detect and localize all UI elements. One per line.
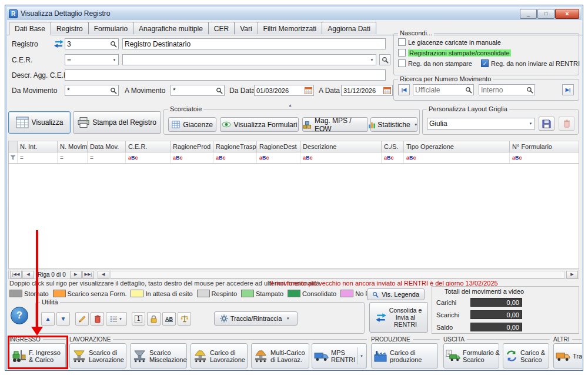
list-options-button[interactable]: ▼ bbox=[106, 312, 127, 326]
mps-rentri-button[interactable]: MPSRENTRI ▼ bbox=[312, 343, 367, 369]
carico-produzione-button[interactable]: Carico diproduzione bbox=[371, 343, 438, 369]
registro-field[interactable] bbox=[65, 38, 119, 49]
a-data-input[interactable] bbox=[343, 87, 382, 94]
filter-cell-data-mov[interactable]: = bbox=[88, 152, 126, 163]
cer-search-button[interactable] bbox=[379, 54, 390, 65]
single-record-button[interactable]: 1 bbox=[132, 312, 145, 326]
visualizza-formulari-button[interactable]: Visualizza Formulari bbox=[220, 117, 299, 132]
da-data-calendar-button[interactable] bbox=[303, 85, 313, 95]
column-header-tipo-operazione[interactable]: Tipo Operazione bbox=[404, 141, 510, 152]
swap-registro-icon[interactable] bbox=[54, 40, 64, 48]
column-header-ragioneprod[interactable]: RagioneProd bbox=[171, 141, 213, 152]
column-header-n-formulario[interactable]: N° Formulario bbox=[510, 141, 580, 152]
chevron-down-icon[interactable]: ▼ bbox=[412, 123, 420, 127]
tab-formulario[interactable]: Formulario bbox=[88, 22, 133, 34]
stampa-registro-button[interactable]: Stampa del Registro bbox=[73, 111, 161, 134]
column-header-n-int[interactable]: N. Int. bbox=[18, 141, 58, 152]
da-data-field[interactable] bbox=[254, 85, 314, 96]
column-header-data-mov[interactable]: Data Mov. bbox=[88, 141, 126, 152]
traccia-rintraccia-button[interactable]: Traccia/Rintraccia ▼ bbox=[214, 311, 298, 326]
tab-dati-base[interactable]: Dati Base bbox=[9, 22, 51, 35]
nav-next-button[interactable]: ▶ bbox=[70, 271, 82, 278]
carico-lavorazione-button[interactable]: Carico diLavorazione bbox=[191, 343, 248, 369]
a-data-field[interactable] bbox=[341, 85, 393, 96]
horizontal-scrollbar-track[interactable] bbox=[111, 271, 564, 278]
da-movimento-input[interactable] bbox=[67, 87, 108, 95]
mag-mps-eow-button[interactable]: Mag. MPS / EOW bbox=[302, 117, 368, 132]
save-layout-button[interactable] bbox=[539, 117, 554, 131]
ricerca-interno-input[interactable] bbox=[481, 86, 524, 94]
maximize-button[interactable]: □ bbox=[537, 9, 554, 19]
filter-cell-tipo-operazione[interactable]: aBc bbox=[404, 152, 510, 163]
nav-first-button[interactable]: |◀◀ bbox=[10, 271, 22, 278]
checkbox-box[interactable]: ✓ bbox=[481, 59, 489, 67]
da-movimento-field[interactable] bbox=[65, 85, 119, 96]
filter-cell-n-int[interactable]: = bbox=[18, 152, 58, 163]
carico-scarico-button[interactable]: Carico &Scarico bbox=[503, 343, 549, 369]
checkbox-box[interactable] bbox=[398, 49, 406, 57]
scroll-left-button[interactable]: ◀ bbox=[98, 271, 109, 278]
tab-registro[interactable]: Registro bbox=[51, 22, 89, 34]
move-up-button[interactable]: ▲ bbox=[41, 312, 55, 326]
descr-agg-cer-field[interactable] bbox=[65, 69, 386, 81]
minimize-button[interactable]: _ bbox=[520, 9, 537, 19]
column-header-cer[interactable]: C.E.R. bbox=[126, 141, 171, 152]
ricerca-interno-field[interactable] bbox=[479, 84, 535, 95]
filter-cell-ragioneprod[interactable]: aBc bbox=[171, 152, 213, 163]
move-down-button[interactable]: ▼ bbox=[56, 312, 70, 326]
da-data-input[interactable] bbox=[256, 87, 303, 94]
checkbox-reg-non-inviare-rentri[interactable]: ✓ Reg. da non inviare al RENTRI bbox=[481, 59, 580, 67]
formulario-scarico-button[interactable]: Formulario &Scarico bbox=[443, 343, 499, 369]
ricerca-ufficiale-input[interactable] bbox=[415, 86, 463, 94]
scroll-right-button[interactable]: ▶ bbox=[566, 271, 578, 278]
visualizza-button[interactable]: Visualizza bbox=[8, 111, 71, 134]
nav-last-button[interactable]: ▶▶| bbox=[82, 271, 94, 278]
column-header-n-movimento[interactable]: N. Movime... bbox=[58, 141, 88, 152]
checkbox-reg-non-stampare[interactable]: Reg. da non stampare bbox=[398, 59, 472, 67]
lock-button[interactable] bbox=[147, 312, 161, 326]
registro-descrizione-input[interactable] bbox=[125, 40, 385, 48]
checkbox-giacenze-manuale[interactable]: Le giacenze caricate in manuale bbox=[398, 38, 501, 46]
descr-agg-cer-input[interactable] bbox=[67, 71, 385, 79]
filter-cell-n-movimento[interactable]: = bbox=[58, 152, 88, 163]
ricerca-last-button[interactable]: ▶| bbox=[562, 84, 574, 95]
consolida-invia-rentri-button[interactable]: Consolida e Invia al RENTRI bbox=[369, 302, 428, 333]
a-movimento-field[interactable] bbox=[171, 85, 225, 96]
column-header-descrizione[interactable]: Descrizione bbox=[300, 141, 382, 152]
a-movimento-input[interactable] bbox=[173, 87, 214, 95]
chevron-down-icon[interactable]: ▼ bbox=[284, 317, 292, 320]
chevron-down-icon[interactable]: ▼ bbox=[368, 58, 376, 62]
filter-cell-cer[interactable]: aBc bbox=[126, 152, 171, 163]
column-header-ragionedest[interactable]: RagioneDest bbox=[257, 141, 300, 152]
filter-funnel-cell[interactable] bbox=[9, 152, 18, 163]
splitter-collapse-icon[interactable]: ▲ bbox=[288, 103, 293, 107]
filter-cell-cs[interactable]: aBc bbox=[382, 152, 404, 163]
registro-descrizione-field[interactable] bbox=[122, 38, 386, 49]
tab-anagrafiche-multiple[interactable]: Anagrafiche multiple bbox=[133, 22, 209, 34]
statistiche-button[interactable]: Statistiche ▼ bbox=[370, 117, 417, 132]
filter-cell-ragionetrasp[interactable]: aBc bbox=[213, 152, 257, 163]
checkbox-registrazioni-stampate[interactable]: Registrazioni stampate/consolidate bbox=[398, 49, 511, 57]
scales-button[interactable] bbox=[178, 312, 191, 326]
trasporto-button[interactable]: Tras bbox=[553, 343, 582, 369]
giacenze-button[interactable]: Giacenze bbox=[168, 117, 216, 132]
filter-cell-descrizione[interactable]: aBc bbox=[300, 152, 382, 163]
cer-operator-select[interactable]: = ▼ bbox=[65, 54, 119, 65]
chevron-down-icon[interactable]: ▼ bbox=[111, 58, 118, 62]
nav-prev-button[interactable]: ◀ bbox=[22, 271, 34, 278]
a-data-calendar-button[interactable] bbox=[382, 85, 392, 95]
a-movimento-search-button[interactable] bbox=[214, 85, 224, 95]
registro-search-button[interactable] bbox=[108, 39, 118, 49]
close-button[interactable]: × bbox=[555, 9, 579, 19]
da-movimento-search-button[interactable] bbox=[108, 85, 118, 95]
find-text-button[interactable]: AB bbox=[162, 312, 176, 326]
scarico-lavorazione-button[interactable]: Scarico diLavorazione bbox=[69, 343, 126, 369]
scarico-miscelazione-button[interactable]: ScaricoMiscelazione bbox=[130, 343, 187, 369]
filter-cell-n-formulario[interactable]: aBc bbox=[510, 152, 580, 163]
cer-input[interactable] bbox=[125, 56, 368, 64]
edit-button[interactable] bbox=[75, 312, 89, 326]
help-button[interactable]: ? bbox=[11, 307, 28, 324]
checkbox-box[interactable] bbox=[398, 59, 406, 67]
ricerca-interno-search-button[interactable] bbox=[524, 85, 534, 95]
column-header-cs[interactable]: C./S. bbox=[382, 141, 404, 152]
